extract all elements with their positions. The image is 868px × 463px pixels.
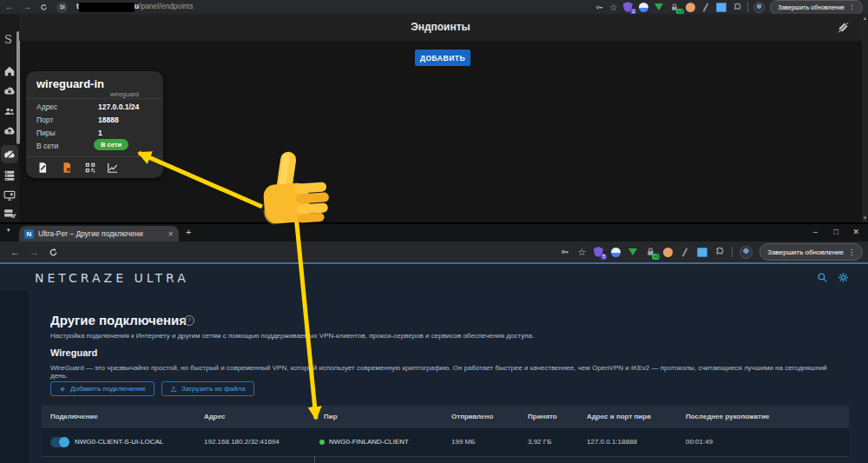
extension-screen-icon[interactable] (697, 247, 707, 257)
extension-screen-icon[interactable] (716, 2, 727, 12)
forward-icon[interactable]: → (30, 245, 39, 259)
panel-sidebar: S ▾ (0, 14, 19, 222)
reload-icon[interactable] (40, 3, 48, 11)
sidebar-cloud-download-icon[interactable] (3, 85, 16, 97)
endpoint-type: wireguard (110, 90, 139, 98)
browser2-toolbar: ← → Не защищено 192.168.160.1/otherConne… (0, 241, 868, 262)
qr-code-icon[interactable] (84, 162, 96, 174)
endpoint-name: wireguard-in (36, 77, 104, 90)
toolbar-separator (747, 2, 748, 12)
panel-page-title: Эндпоинты (19, 14, 862, 41)
delete-file-icon[interactable] (61, 162, 73, 174)
back-icon[interactable]: ← (5, 0, 14, 14)
column-header: Пир (324, 413, 338, 420)
add-endpoint-button[interactable]: ДОБАВИТЬ (415, 50, 470, 66)
browser2-extensions-area: ☆ 5 +3 Завершить обновление⋮ (560, 241, 863, 262)
forward-icon[interactable]: → (23, 0, 31, 14)
tab-close-icon[interactable]: ✕ (168, 230, 174, 238)
sent-value: 199 МБ (451, 438, 475, 446)
upload-from-file-button[interactable]: Загрузить из файла (161, 381, 254, 396)
last-handshake: 00:01:49 (686, 438, 713, 446)
extensions-puzzle-icon[interactable] (732, 2, 742, 12)
column-header: Адрес (204, 413, 226, 420)
toolbar-separator (732, 247, 733, 257)
plus-icon (59, 386, 66, 393)
password-key-icon[interactable] (594, 2, 604, 12)
upload-icon (170, 386, 177, 393)
peer-online-dot (319, 440, 325, 445)
pen-slash-icon[interactable] (837, 21, 850, 34)
new-tab-button[interactable]: + (186, 227, 191, 237)
help-icon[interactable]: ? (184, 315, 194, 326)
extension-disabled-icon[interactable] (680, 247, 690, 257)
back-icon[interactable]: ← (10, 245, 20, 259)
profile-avatar[interactable] (740, 246, 753, 259)
extension-shield-icon[interactable]: 2 (622, 2, 633, 12)
redacted-domain (79, 3, 135, 12)
minimize-button[interactable]: – (813, 223, 818, 241)
browser-tab[interactable]: N Ultra-Per – Другие подключени ✕ (19, 226, 179, 241)
extension-shield-icon[interactable]: 5 (593, 247, 603, 257)
sidebar-users-icon[interactable] (3, 105, 16, 117)
divider (26, 98, 163, 99)
settings-gear-icon[interactable] (838, 272, 849, 283)
extension-download-icon[interactable] (628, 247, 638, 257)
connection-table-row[interactable]: NWG0-CLIENT-S-UI-LOCAL 192.168.180.2/32:… (42, 428, 849, 456)
extension-avatar-icon[interactable] (610, 247, 621, 257)
bookmark-star-icon[interactable]: ☆ (577, 247, 586, 258)
password-key-icon[interactable] (560, 247, 570, 257)
page-description: Настройка подключения к Интернету и друг… (50, 332, 797, 340)
reload-icon[interactable] (49, 248, 58, 257)
extension-download-icon[interactable] (654, 2, 664, 12)
sidebar-monitor-gear-icon[interactable] (3, 189, 16, 202)
connections-table-header: Подключение Адрес Пир Отправлено Принято… (42, 406, 849, 428)
extension-face-icon[interactable] (662, 247, 673, 257)
sidebar-caret-icon[interactable]: ▾ (14, 212, 16, 217)
extension-avatar-icon[interactable] (638, 2, 648, 12)
relaunch-update-button[interactable]: Завершить обновление⋮ (770, 0, 863, 15)
extension-lock-icon[interactable]: +3 (645, 247, 655, 257)
statistics-chart-icon[interactable] (107, 162, 119, 174)
browser-menu-icon[interactable]: ⋮ (848, 248, 855, 256)
connection-toggle[interactable] (50, 437, 69, 447)
site-header: NETCRAZE ULTRA (0, 264, 868, 292)
page-scrollbar[interactable]: ▲ ▼ (862, 14, 868, 222)
peer-endpoint: 127.0.0.1:18888 (587, 438, 637, 446)
extensions-puzzle-icon[interactable] (714, 247, 725, 257)
search-icon[interactable] (817, 272, 828, 283)
extension-face-icon[interactable] (685, 2, 695, 12)
close-window-button[interactable]: ✕ (852, 223, 859, 241)
tune-icon[interactable] (56, 2, 68, 13)
column-header: Подключение (50, 413, 98, 420)
received-value: 3,92 ГБ (528, 438, 551, 446)
browser-menu-icon[interactable]: ⋮ (849, 3, 855, 10)
field-label: Порт (36, 116, 53, 124)
divider (26, 156, 163, 157)
sidebar-selected-item[interactable] (1, 145, 18, 163)
field-value: 18888 (98, 116, 119, 124)
extension-lock-icon[interactable]: +3 (669, 2, 680, 12)
add-connection-button[interactable]: Добавить подключение (50, 381, 155, 396)
sidebar-home-icon[interactable] (3, 65, 16, 77)
relaunch-update-button[interactable]: Завершить обновление⋮ (760, 243, 863, 261)
column-header: Последнее рукопожатие (686, 413, 770, 420)
connection-address: 192.168.180.2/32:41694 (204, 438, 279, 446)
scroll-down-icon[interactable]: ▼ (862, 215, 868, 221)
endpoint-card[interactable]: wireguard-in wireguard Адрес 127.0.0.1/2… (26, 71, 163, 178)
tab-search-icon[interactable]: ▾ (7, 227, 10, 234)
bookmark-star-icon[interactable]: ☆ (609, 3, 617, 12)
sidebar-servers-icon[interactable] (3, 169, 16, 182)
peer-name: NWG0-FINLAND-CLIENT (329, 438, 409, 446)
edit-config-icon[interactable] (36, 162, 49, 174)
extension-disabled-icon[interactable] (700, 2, 711, 12)
connection-name: NWG0-CLIENT-S-UI-LOCAL (75, 438, 163, 446)
sidebar-scrollbar[interactable] (16, 31, 20, 144)
sidebar-cloud-upload-icon[interactable] (3, 125, 16, 137)
profile-avatar[interactable] (753, 2, 765, 13)
online-status-badge: В сети (94, 139, 128, 150)
brand-logo: NETCRAZE ULTRA (35, 271, 189, 285)
url-bar[interactable]: tu/panel/endpoints (76, 2, 193, 11)
scroll-up-icon[interactable]: ▲ (862, 16, 868, 21)
tab-title: Ultra-Per – Другие подключени (38, 229, 163, 238)
maximize-button[interactable]: □ (834, 223, 838, 241)
